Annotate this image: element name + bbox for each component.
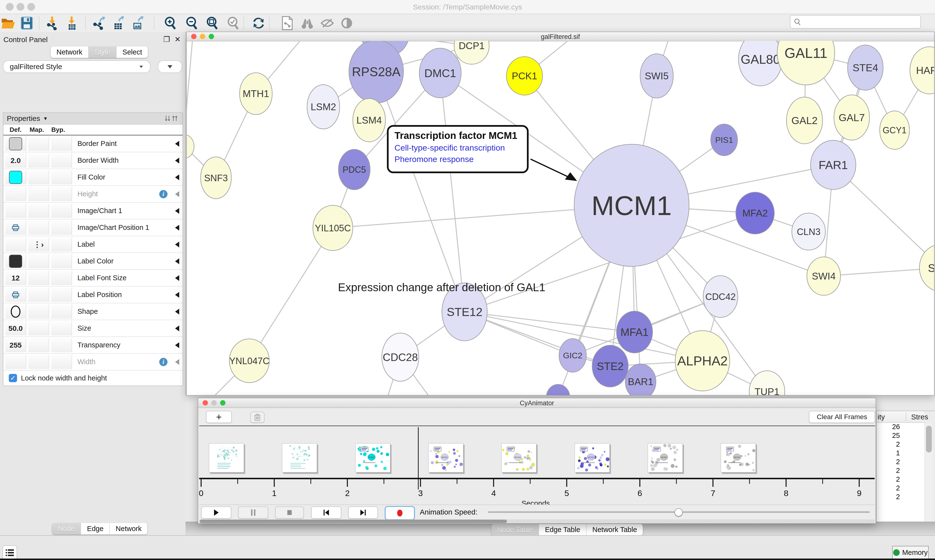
- mapping-cell[interactable]: [28, 304, 49, 319]
- style-selector[interactable]: galFiltered Style: [3, 60, 150, 73]
- close-panel-icon[interactable]: ✕: [174, 35, 181, 43]
- export-image-icon[interactable]: [130, 15, 145, 31]
- bypass-cell[interactable]: [51, 338, 72, 352]
- table-cell-ity[interactable]: 2: [876, 440, 924, 449]
- pause-button[interactable]: [238, 506, 268, 518]
- mapping-cell[interactable]: [28, 220, 49, 235]
- mapping-cell[interactable]: [28, 254, 49, 268]
- expand-row-icon[interactable]: [175, 158, 179, 163]
- tab-edge-table[interactable]: Edge Table: [539, 524, 586, 535]
- cyanimator-titlebar[interactable]: CyAnimator: [198, 398, 876, 408]
- export-network-icon[interactable]: [91, 15, 106, 31]
- open-folder-icon[interactable]: [0, 15, 16, 31]
- column-divider[interactable]: [906, 412, 906, 422]
- expand-row-icon[interactable]: [175, 258, 179, 264]
- property-row-size[interactable]: 50.0Size: [3, 320, 183, 337]
- expand-row-icon[interactable]: [175, 326, 179, 331]
- network-node-MTH1[interactable]: MTH1: [239, 73, 272, 115]
- expand-row-icon[interactable]: [175, 309, 179, 315]
- network-node-DCP1[interactable]: DCP1: [454, 41, 489, 64]
- expand-row-icon[interactable]: [175, 359, 179, 365]
- property-row-label-color[interactable]: Label Color: [3, 253, 183, 270]
- bypass-cell[interactable]: [51, 153, 72, 168]
- network-node-BAR1[interactable]: BAR1: [625, 364, 656, 395]
- network-node-STE4[interactable]: STE4: [848, 45, 883, 90]
- property-row-border-width[interactable]: 2.0Border Width: [3, 152, 183, 169]
- property-row-shape[interactable]: Shape: [3, 303, 183, 320]
- add-frame-button[interactable]: +: [206, 411, 232, 423]
- network-node-SNF3[interactable]: SNF3: [201, 157, 231, 199]
- bypass-cell[interactable]: [51, 254, 72, 268]
- mapping-cell[interactable]: [28, 204, 49, 218]
- mapping-cell[interactable]: [28, 137, 49, 151]
- skip-to-start-button[interactable]: [311, 506, 341, 518]
- network-node-CDC42[interactable]: CDC42: [703, 275, 738, 317]
- table-cell-ity[interactable]: 1: [876, 449, 924, 458]
- tab-network[interactable]: Network: [110, 523, 147, 534]
- tab-node-table[interactable]: Node Table: [491, 524, 539, 535]
- bypass-cell[interactable]: [51, 271, 72, 285]
- default-value-cell[interactable]: 2.0: [5, 153, 26, 168]
- annotation-link[interactable]: Pheromone response: [395, 154, 521, 164]
- bypass-cell[interactable]: [51, 204, 72, 218]
- property-row-height[interactable]: Heighti: [3, 186, 183, 203]
- clear-all-frames-button[interactable]: Clear All Frames: [809, 411, 875, 423]
- mapping-cell[interactable]: [28, 321, 49, 335]
- import-table-icon[interactable]: [64, 15, 79, 31]
- network-node-GAL7[interactable]: GAL7: [834, 95, 870, 140]
- default-value-cell[interactable]: [5, 220, 26, 235]
- network-edge-RPS28A-STE12[interactable]: [376, 72, 464, 312]
- bypass-cell[interactable]: [51, 170, 72, 185]
- bypass-cell[interactable]: [51, 187, 72, 201]
- table-cell-ity[interactable]: 2: [876, 475, 924, 484]
- network-node-CLN3[interactable]: CLN3: [792, 213, 825, 250]
- column-header-ity[interactable]: ity: [878, 413, 885, 421]
- column-header-stress[interactable]: Stres: [911, 413, 928, 421]
- network-node-GAL11[interactable]: GAL11: [777, 41, 835, 85]
- tab-node[interactable]: Node: [52, 523, 81, 534]
- network-file-icon[interactable]: [279, 15, 295, 31]
- bypass-cell[interactable]: [51, 304, 72, 319]
- network-window-titlebar[interactable]: galFiltered.sif: [187, 32, 934, 42]
- mapping-cell[interactable]: [28, 288, 49, 302]
- bypass-cell[interactable]: [51, 237, 72, 252]
- network-node-HAP2[interactable]: HAP2: [910, 47, 934, 94]
- expand-collapse-icons[interactable]: ⮇⮅: [165, 114, 179, 123]
- save-icon[interactable]: [19, 15, 35, 31]
- network-node-PDC5[interactable]: PDC5: [338, 149, 370, 190]
- network-edge-YIL105C-YNL047C[interactable]: [249, 228, 333, 361]
- mapping-cell[interactable]: [28, 187, 49, 201]
- stop-button[interactable]: [275, 506, 304, 518]
- network-node-MFA2[interactable]: MFA2: [736, 192, 774, 234]
- annotation-box[interactable]: Transcription factor MCM1 Cell-type-spec…: [387, 125, 529, 173]
- zoom-fit-icon[interactable]: [205, 15, 220, 31]
- network-node-ALPHA2[interactable]: ALPHA2: [675, 331, 730, 391]
- zoom-in-icon[interactable]: [163, 15, 178, 31]
- default-value-cell[interactable]: [5, 304, 26, 319]
- tab-select[interactable]: Select: [117, 46, 148, 58]
- network-node-GAL2[interactable]: GAL2: [787, 97, 822, 144]
- record-button[interactable]: [385, 506, 415, 520]
- info-icon[interactable]: i: [159, 190, 168, 198]
- table-cell-ity[interactable]: 2: [876, 484, 924, 493]
- network-node-LSM2[interactable]: LSM2: [307, 85, 339, 129]
- table-cell-ity[interactable]: 2: [876, 466, 924, 475]
- table-cell-ity[interactable]: 2: [876, 458, 924, 466]
- expand-row-icon[interactable]: [175, 141, 179, 147]
- default-value-cell[interactable]: [5, 254, 26, 268]
- property-row-label-position[interactable]: Label Position: [3, 286, 183, 303]
- network-node-PCK1[interactable]: PCK1: [506, 57, 543, 95]
- network-node-GIC2[interactable]: GIC2: [559, 338, 586, 372]
- property-row-label-font-size[interactable]: 12Label Font Size: [3, 270, 183, 286]
- default-value-cell[interactable]: 255: [5, 338, 26, 352]
- export-table-icon[interactable]: [110, 15, 126, 31]
- mapping-cell[interactable]: [28, 153, 49, 168]
- properties-header[interactable]: Properties ▼ ⮇⮅: [3, 113, 183, 125]
- memory-button[interactable]: Memory: [892, 546, 929, 559]
- expand-row-icon[interactable]: [175, 292, 179, 298]
- play-button[interactable]: [201, 506, 231, 518]
- expand-row-icon[interactable]: [175, 275, 179, 281]
- default-value-cell[interactable]: [5, 204, 26, 218]
- slider-handle[interactable]: [674, 508, 683, 517]
- table-cell-ity[interactable]: 25: [876, 432, 924, 440]
